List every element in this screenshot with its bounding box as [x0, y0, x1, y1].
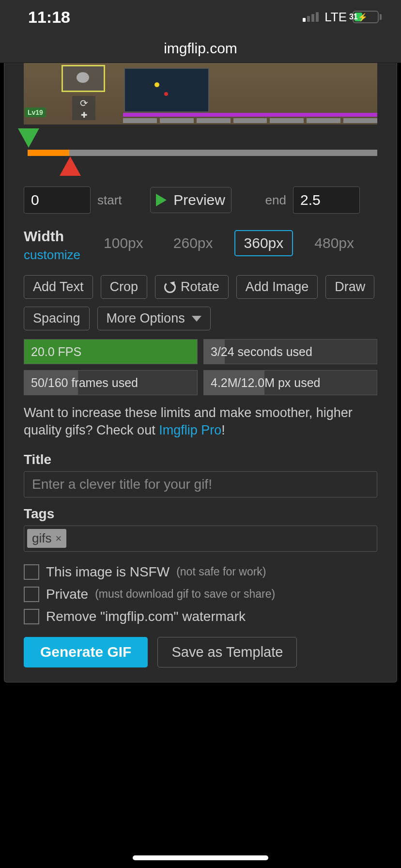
- title-label: Title: [24, 452, 377, 467]
- rotate-button-label: Rotate: [181, 279, 219, 294]
- more-options-button[interactable]: More Options: [97, 307, 211, 330]
- customize-link[interactable]: customize: [24, 248, 80, 263]
- spacing-button[interactable]: Spacing: [24, 307, 90, 330]
- timeline-trimmer[interactable]: [10, 128, 377, 177]
- private-row[interactable]: Private (must download gif to save or sh…: [24, 587, 377, 602]
- crop-button[interactable]: Crop: [101, 275, 148, 299]
- private-label: Private: [46, 587, 88, 602]
- nsfw-note: (not safe for work): [176, 565, 266, 578]
- status-bar: 11:18 LTE 31⚡: [0, 0, 401, 34]
- tool-buttons: Add Text Crop Rotate Add Image Draw Spac…: [24, 275, 377, 330]
- width-label: Width: [24, 228, 80, 245]
- battery-icon: 31⚡: [353, 11, 382, 23]
- nsfw-row[interactable]: This image is NSFW (not safe for work): [24, 564, 377, 580]
- stat-frames: 50/160 frames used: [24, 370, 198, 395]
- video-reload-icon: ⟳: [72, 96, 95, 110]
- video-plus-icon: ✚: [72, 110, 95, 120]
- status-right: LTE 31⚡: [303, 10, 382, 25]
- signal-icon: [303, 12, 319, 22]
- video-level-badge: Lv19: [25, 108, 46, 117]
- browser-url[interactable]: imgflip.com: [0, 34, 401, 63]
- page-content: ⟳ ✚ Lv19 start Preview end Width customi…: [4, 63, 397, 682]
- action-row: Generate GIF Save as Template: [24, 637, 377, 667]
- tag-chip[interactable]: gifs ×: [27, 529, 66, 548]
- video-progress-bar: [123, 113, 377, 117]
- watermark-label: Remove "imgflip.com" watermark: [46, 609, 246, 624]
- width-row: Width customize 100px 260px 360px 480px: [24, 228, 377, 263]
- usage-stats: 20.0 FPS 3/24 seconds used 50/160 frames…: [24, 339, 377, 395]
- tag-chip-label: gifs: [32, 531, 51, 546]
- title-input[interactable]: [24, 471, 377, 497]
- trim-start-handle-icon[interactable]: [18, 128, 39, 148]
- save-template-button[interactable]: Save as Template: [157, 637, 297, 667]
- private-note: (must download gif to save or share): [95, 588, 275, 601]
- watermark-row[interactable]: Remove "imgflip.com" watermark: [24, 609, 377, 624]
- trim-controls-row: start Preview end: [24, 186, 377, 214]
- end-time-input[interactable]: [293, 186, 360, 214]
- stat-fps: 20.0 FPS: [24, 339, 198, 364]
- video-preview[interactable]: ⟳ ✚ Lv19: [24, 63, 377, 124]
- home-indicator[interactable]: [133, 855, 268, 860]
- width-option-480[interactable]: 480px: [306, 231, 363, 255]
- tags-input[interactable]: gifs ×: [24, 526, 377, 552]
- width-option-100[interactable]: 100px: [95, 231, 152, 255]
- timeline-selected-range: [28, 150, 69, 156]
- start-label: start: [97, 193, 122, 208]
- stat-px: 4.2M/12.0M px used: [203, 370, 377, 395]
- status-time: 11:18: [28, 8, 70, 27]
- nsfw-label: This image is NSFW: [46, 564, 170, 580]
- video-overlay-box: [62, 65, 105, 92]
- end-label: end: [265, 193, 286, 208]
- add-text-button[interactable]: Add Text: [24, 275, 93, 299]
- nsfw-checkbox[interactable]: [24, 564, 39, 580]
- draw-button[interactable]: Draw: [325, 275, 374, 299]
- start-time-input[interactable]: [24, 186, 91, 214]
- imgflip-pro-link[interactable]: Imgflip Pro: [159, 423, 221, 437]
- chevron-down-icon: [192, 316, 201, 322]
- upsell-text: Want to increase these limits and make s…: [24, 404, 377, 439]
- width-option-360[interactable]: 360px: [234, 230, 293, 256]
- rotate-icon: [164, 281, 176, 293]
- video-segments: [123, 118, 377, 123]
- trim-end-handle-icon[interactable]: [60, 156, 81, 176]
- width-option-260[interactable]: 260px: [165, 231, 222, 255]
- tags-label: Tags: [24, 506, 377, 522]
- watermark-checkbox[interactable]: [24, 609, 39, 624]
- preview-button-label: Preview: [173, 192, 225, 208]
- stat-seconds: 3/24 seconds used: [203, 339, 377, 364]
- generate-gif-button[interactable]: Generate GIF: [24, 637, 148, 667]
- preview-button[interactable]: Preview: [150, 187, 231, 213]
- private-checkbox[interactable]: [24, 587, 39, 602]
- timeline-track[interactable]: [28, 150, 377, 156]
- add-image-button[interactable]: Add Image: [236, 275, 318, 299]
- play-icon: [156, 194, 167, 206]
- tag-remove-icon[interactable]: ×: [55, 532, 62, 545]
- network-label: LTE: [324, 10, 347, 25]
- video-minimap-dots: [135, 78, 193, 102]
- rotate-button[interactable]: Rotate: [155, 275, 229, 299]
- more-options-label: More Options: [107, 311, 185, 326]
